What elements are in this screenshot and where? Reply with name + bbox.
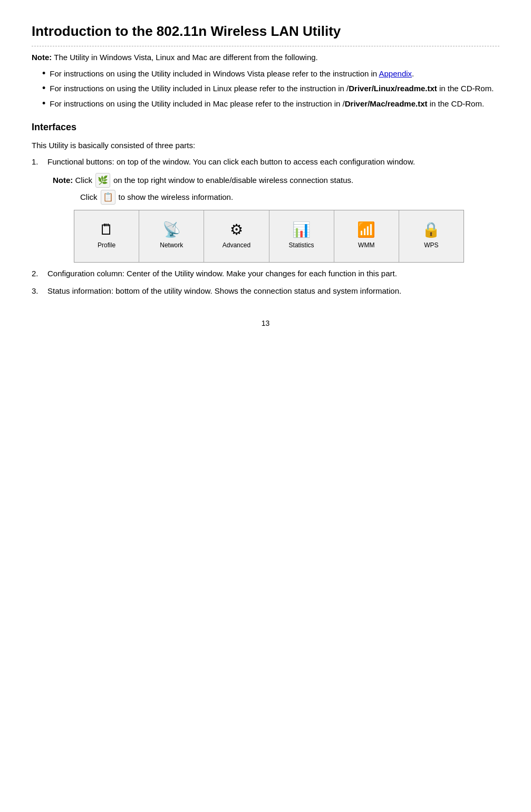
toolbar-profile: 🗒 Profile [74,210,139,262]
bullet-item-3: • For instructions on using the Utility … [42,98,499,110]
linux-path: Driver/Linux/readme.txt [349,84,437,93]
toolbar-statistics: 📊 Statistics [269,210,334,262]
numbered-item-2-row: 2. Configuration column: Center of the U… [32,268,499,280]
note-block-1: Note: Click 🌿 on the top right window to… [53,173,499,263]
mac-path: Driver/Mac/readme.txt [345,99,428,108]
profile-label: Profile [98,240,115,250]
index-3: 3. [32,285,47,297]
item-2-text: Configuration column: Center of the Util… [47,268,397,280]
advanced-label: Advanced [223,240,250,250]
network-icon: 📡 [162,223,181,237]
interfaces-intro: This Utility is basically consisted of t… [32,140,499,152]
note-line-1: Note: Click 🌿 on the top right window to… [53,173,499,188]
bullet-dot-2: • [42,83,45,93]
item-3-text: Status information: bottom of the utilit… [47,285,401,297]
wmm-icon: 📶 [357,223,375,237]
note-line-2: Click 📋 to show the wireless information… [80,190,499,205]
bullet-item-1: • For instructions on using the Utility … [42,68,499,80]
bullet-text-2: For instructions on using the Utility in… [50,83,494,95]
numbered-item-1-row: 1. Functional buttons: on top of the win… [32,156,499,168]
statistics-icon: 📊 [292,223,311,237]
index-1: 1. [32,156,47,168]
numbered-item-2: 2. Configuration column: Center of the U… [32,268,499,280]
bullet-dot-3: • [42,99,45,108]
toolbar-network: 📡 Network [139,210,204,262]
interfaces-heading: Interfaces [32,120,499,134]
wmm-label: WMM [358,240,374,250]
toolbar-wps: 🔒 WPS [399,210,464,262]
wireless-enable-icon: 🌿 [95,173,110,188]
advanced-icon: ⚙ [230,223,243,237]
note-bold-1: Note: [53,175,73,187]
wps-icon: 🔒 [422,223,440,237]
profile-icon: 🗒 [99,223,114,237]
bullet-dot-1: • [42,69,45,78]
numbered-item-1: 1. Functional buttons: on top of the win… [32,156,499,263]
item-1-text: Functional buttons: on top of the window… [47,156,415,168]
bullet-item-2: • For instructions on using the Utility … [42,83,499,95]
bullet-text-3: For instructions on using the Utility in… [50,98,484,110]
numbered-item-3: 3. Status information: bottom of the uti… [32,285,499,297]
note-text: The Utility in Windows Vista, Linux and … [54,53,318,62]
index-2: 2. [32,268,47,280]
statistics-label: Statistics [289,240,314,250]
numbered-item-3-row: 3. Status information: bottom of the uti… [32,285,499,297]
network-label: Network [160,240,183,250]
page-title: Introduction to the 802.11n Wireless LAN… [32,21,499,46]
bullet-list: • For instructions on using the Utility … [42,68,499,110]
toolbar-wmm: 📶 WMM [334,210,399,262]
wps-label: WPS [424,240,438,250]
page-number: 13 [32,318,499,329]
toolbar-advanced: ⚙ Advanced [204,210,269,262]
wireless-info-icon: 📋 [101,190,115,205]
toolbar-image: 🗒 Profile 📡 Network ⚙ Advanced 📊 Statist… [74,210,464,263]
note-label: Note: [32,53,52,62]
numbered-list: 1. Functional buttons: on top of the win… [32,156,499,297]
appendix-link[interactable]: Appendix [379,69,412,78]
interfaces-section: Interfaces This Utility is basically con… [32,120,499,297]
note-paragraph: Note: The Utility in Windows Vista, Linu… [32,52,499,64]
bullet-text-1: For instructions on using the Utility in… [50,68,414,80]
